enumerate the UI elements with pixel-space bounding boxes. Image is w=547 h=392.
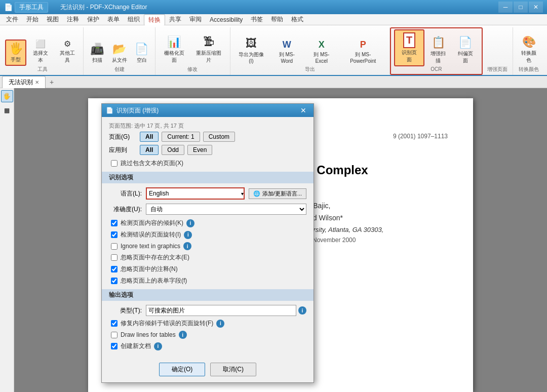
tools-group-label: 工具: [37, 66, 48, 74]
other-tools-button[interactable]: ⚙ 其他工具: [54, 37, 80, 66]
word-icon: W: [283, 40, 291, 50]
minimize-button[interactable]: ─: [498, 2, 513, 13]
close-button[interactable]: ✕: [529, 2, 543, 13]
detect-rotation-row: 检测错误的页面旋转(I) i: [109, 230, 306, 239]
maximize-button[interactable]: □: [514, 2, 528, 13]
recognize-page-dialog: 📄 识别页面 (增强) ✕ 页面范围: 选中 17 页, 共 17 页 页面(G…: [101, 103, 314, 383]
ribbon-group-export: 🖼 导出为图像(I) W 到 MS-Word X 到 MS-Excel P 到 …: [230, 27, 390, 75]
ribbon-group-tools: 🖐 手型 ⬜ 选择文本 ⚙ 其他工具 工具: [2, 27, 84, 75]
apply-even-button[interactable]: Even: [187, 145, 212, 155]
page-range-row: 页面(G) All Current: 1 Custom: [109, 132, 306, 142]
menu-annotate[interactable]: 注释: [63, 14, 83, 25]
draw-lines-checkbox[interactable]: [111, 332, 118, 338]
menu-share[interactable]: 共享: [165, 14, 185, 25]
from-file-button[interactable]: 📂 从文件: [109, 41, 130, 66]
to-ppt-label: 到 MS-PowerPoint: [342, 51, 383, 64]
detect-skew-info-icon[interactable]: i: [186, 219, 194, 227]
scan-button[interactable]: 📠 扫描: [87, 41, 108, 66]
detect-skew-checkbox[interactable]: [111, 220, 118, 226]
menu-file[interactable]: 文件: [2, 14, 22, 25]
hand-icon: 🖐: [9, 42, 23, 55]
detect-rotation-info-icon[interactable]: i: [184, 231, 192, 239]
menu-organize[interactable]: 组织: [124, 14, 144, 25]
dialog-title-text: 识别页面 (增强): [116, 106, 159, 115]
page-range-info: 页面范围: 选中 17 页, 共 17 页: [109, 122, 306, 130]
add-lang-label: 添加/更新语言...: [262, 190, 302, 198]
range-current-button[interactable]: Current: 1: [162, 132, 200, 142]
ignore-form-fields-checkbox[interactable]: [111, 278, 118, 284]
ignore-graphics-checkbox[interactable]: [111, 243, 118, 250]
menu-bookmarks[interactable]: 书签: [247, 14, 267, 25]
language-select[interactable]: English: [146, 187, 245, 200]
deskew-button[interactable]: 📄 纠偏页面: [452, 34, 478, 66]
recompress-button[interactable]: 🗜 重新压缩图片: [190, 33, 226, 66]
to-ppt-button[interactable]: P 到 MS-PowerPoint: [339, 37, 386, 66]
ignore-annotations-checkbox[interactable]: [111, 266, 118, 272]
tab-close-icon[interactable]: ✕: [35, 80, 39, 85]
title-bar: 📄 手形工具 无法识别 - PDF-XChange Editor ─ □ ✕: [0, 0, 547, 14]
ribbon-group-enhance-page: 增强页面: [483, 27, 513, 75]
type-info-icon[interactable]: i: [298, 306, 306, 315]
menu-accessibility[interactable]: Accessibility: [206, 15, 247, 24]
range-custom-button[interactable]: Custom: [203, 132, 235, 142]
dialog-titlebar: 📄 识别页面 (增强) ✕: [102, 104, 314, 117]
menu-help[interactable]: 帮助: [267, 14, 287, 25]
to-excel-label: 到 MS-Excel: [307, 51, 335, 64]
menu-format[interactable]: 格式: [287, 14, 307, 25]
enhance-scan-button[interactable]: 📋 增强扫描: [425, 34, 451, 66]
tab-add-button[interactable]: +: [46, 77, 58, 87]
menu-start[interactable]: 开始: [22, 14, 43, 25]
to-word-button[interactable]: W 到 MS-Word: [270, 37, 303, 66]
fix-rotation-info-icon[interactable]: i: [216, 320, 224, 328]
cancel-button[interactable]: 取消(C): [210, 363, 256, 376]
accuracy-select[interactable]: 自动: [146, 204, 306, 215]
apply-odd-button[interactable]: Odd: [162, 145, 184, 155]
excel-icon: X: [319, 40, 325, 50]
from-file-icon: 📂: [112, 43, 126, 56]
recompress-label: 重新压缩图片: [193, 50, 223, 64]
type-select-wrapper: 可搜索的图片 i: [146, 305, 306, 316]
to-excel-button[interactable]: X 到 MS-Excel: [304, 37, 338, 66]
fix-rotation-label: 修复内容倾斜于错误的页面旋转(F): [121, 319, 213, 328]
enhance-page-group-label: 增强页面: [487, 66, 507, 74]
menu-form[interactable]: 表单: [103, 14, 124, 25]
skip-text-pages-row: 跳过包含文本的页面(X): [109, 159, 306, 168]
modify-group-label: 修改: [187, 66, 198, 74]
add-language-button[interactable]: 🌐 添加/更新语言...: [249, 188, 306, 199]
menu-protect[interactable]: 保护: [83, 14, 103, 25]
menu-view[interactable]: 视图: [43, 14, 63, 25]
select-text-label: 选择文本: [30, 50, 50, 64]
blank-button[interactable]: 📄 空白: [131, 41, 152, 66]
menu-convert[interactable]: 转换: [144, 14, 165, 25]
create-new-doc-checkbox[interactable]: [111, 343, 118, 349]
dialog-body: 页面范围: 选中 17 页, 共 17 页 页面(G) All Current:…: [102, 117, 314, 359]
convert-color-button[interactable]: 🎨 转换颜色: [516, 33, 542, 66]
rasterize-button[interactable]: 📊 栅格化页面: [159, 33, 189, 66]
create-new-doc-info-icon[interactable]: i: [154, 342, 162, 350]
fix-rotation-checkbox[interactable]: [111, 320, 118, 327]
ignore-existing-text-row: 忽略页面中存在的文本(E): [109, 253, 306, 262]
export-image-button[interactable]: 🖼 导出为图像(I): [233, 35, 269, 66]
hand-tool-button[interactable]: 🖐 手型: [5, 40, 26, 66]
tab-main-doc[interactable]: 无法识别 ✕: [2, 76, 46, 88]
ignore-existing-text-label: 忽略页面中存在的文本(E): [121, 253, 189, 262]
ignore-existing-text-checkbox[interactable]: [111, 254, 118, 261]
type-label: 类型(T):: [109, 306, 142, 315]
convert-color-group-label: 转换颜色: [519, 66, 539, 74]
ignore-graphics-info-icon[interactable]: i: [183, 242, 191, 250]
recognize-page-button[interactable]: T 识别页面: [394, 29, 424, 66]
range-all-button[interactable]: All: [140, 132, 159, 142]
window-title: 无法识别 - PDF-XChange Editor: [60, 3, 147, 12]
ok-button[interactable]: 确定(O): [159, 363, 205, 376]
dialog-close-button[interactable]: ✕: [297, 105, 309, 115]
enhance-scan-label: 增强扫描: [428, 50, 448, 64]
skip-text-checkbox[interactable]: [111, 160, 118, 167]
menu-review[interactable]: 审阅: [185, 14, 206, 25]
type-select[interactable]: 可搜索的图片: [146, 305, 296, 316]
draw-lines-info-icon[interactable]: i: [179, 331, 187, 339]
create-buttons: 📠 扫描 📂 从文件 📄 空白: [87, 28, 152, 66]
detect-rotation-checkbox[interactable]: [111, 231, 118, 238]
export-image-icon: 🖼: [246, 37, 257, 50]
apply-all-button[interactable]: All: [140, 145, 159, 155]
select-text-button[interactable]: ⬜ 选择文本: [27, 37, 53, 66]
